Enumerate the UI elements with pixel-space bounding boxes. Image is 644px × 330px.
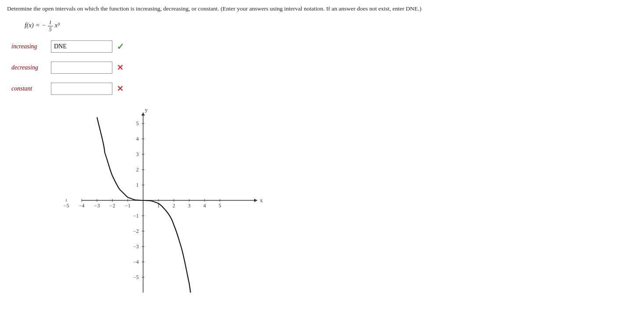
label-x4: 4 xyxy=(203,203,206,209)
function-label: f(x) = − xyxy=(25,22,46,29)
input-constant[interactable] xyxy=(51,83,112,95)
fraction-denominator: 5 xyxy=(48,26,53,33)
answer-row-decreasing: decreasing✕ xyxy=(11,62,637,74)
check-icon-increasing: ✓ xyxy=(117,41,124,52)
input-decreasing[interactable] xyxy=(51,62,112,74)
y-axis-label: y xyxy=(145,106,148,113)
label-xm4: −4 xyxy=(79,203,85,209)
answer-rows: increasing✓decreasing✕constant✕ xyxy=(7,40,637,95)
x-icon-decreasing: ✕ xyxy=(117,63,123,73)
answer-row-constant: constant✕ xyxy=(11,83,637,95)
x-axis-label: x xyxy=(260,197,263,203)
x-axis-arrow xyxy=(254,199,257,202)
function-display: f(x) = − 1 5 x³ xyxy=(25,19,637,33)
instructions-text: Determine the open intervals on which th… xyxy=(7,4,637,13)
label-y2: 2 xyxy=(136,167,139,173)
label-y4: 4 xyxy=(136,136,139,142)
function-power: x³ xyxy=(55,22,60,29)
label-x5: 5 xyxy=(219,203,221,209)
label-ym2: −2 xyxy=(133,228,139,234)
label-increasing: increasing xyxy=(11,43,51,50)
fraction-numerator: 1 xyxy=(48,19,53,26)
label-constant: constant xyxy=(11,85,51,92)
label-ym3: −3 xyxy=(133,243,139,250)
answer-row-increasing: increasing✓ xyxy=(11,40,637,53)
label-y3: 3 xyxy=(136,151,139,157)
label-xm1: −1 xyxy=(125,203,131,209)
input-increasing[interactable] xyxy=(51,40,112,53)
y-axis-arrow xyxy=(141,112,145,116)
label-ym4: −4 xyxy=(133,259,139,265)
label-y1: 1 xyxy=(136,182,139,188)
function-fraction: 1 5 xyxy=(48,19,53,33)
label-ym1: −1 xyxy=(133,213,139,219)
label-x2: 2 xyxy=(173,203,175,209)
label-x3: 3 xyxy=(188,203,191,209)
graph-container: −5 −4 −3 −2 −1 1 2 3 4 5 x 1 2 3 4 5 xyxy=(55,104,266,297)
label-y5: 5 xyxy=(136,120,139,127)
label-xm2: −2 xyxy=(110,203,115,209)
label-xm3: −3 xyxy=(94,203,100,209)
label-xm5: −5 xyxy=(64,203,69,209)
label-ym5: −5 xyxy=(133,274,139,280)
label-decreasing: decreasing xyxy=(11,64,51,71)
x-icon-constant: ✕ xyxy=(117,84,123,94)
function-graph: −5 −4 −3 −2 −1 1 2 3 4 5 x 1 2 3 4 5 xyxy=(55,104,266,297)
